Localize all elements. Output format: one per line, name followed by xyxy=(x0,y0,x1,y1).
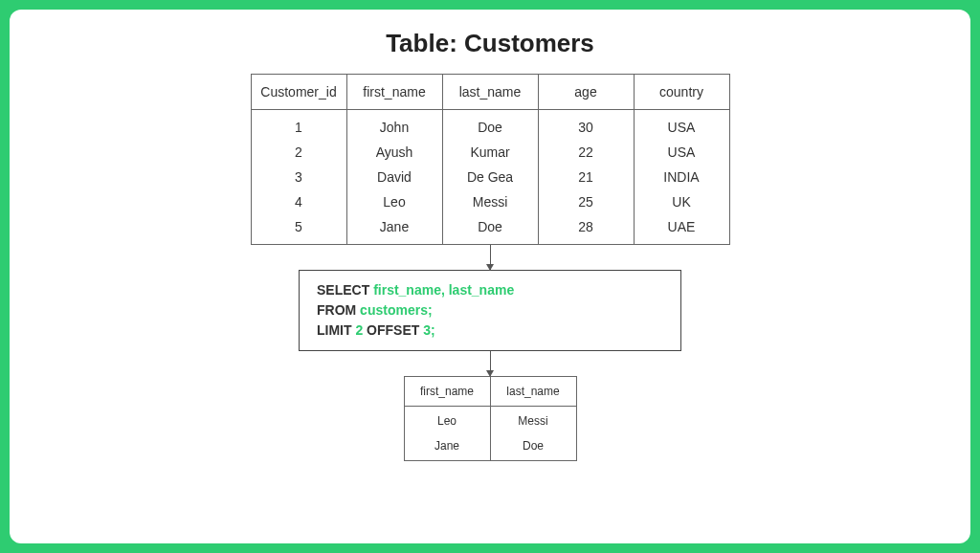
sql-query-box: SELECT first_name, last_name FROM custom… xyxy=(299,270,681,351)
sql-value: customers; xyxy=(360,302,432,318)
cell: Jane xyxy=(404,433,490,461)
table-row: 4 Leo Messi 25 UK xyxy=(251,189,729,214)
cell: Doe xyxy=(442,214,538,245)
diagram-canvas: Table: Customers Customer_id first_name … xyxy=(10,10,970,543)
sql-keyword: FROM xyxy=(317,302,360,318)
table-row: 2 Ayush Kumar 22 USA xyxy=(251,140,729,165)
cell: 25 xyxy=(538,189,634,214)
cell: Leo xyxy=(404,407,490,434)
cell: Jane xyxy=(346,214,442,245)
col-header: first_name xyxy=(346,75,442,110)
cell: Leo xyxy=(346,189,442,214)
sql-number: 3; xyxy=(423,322,434,338)
cell: David xyxy=(346,165,442,189)
query-line: SELECT first_name, last_name xyxy=(317,280,663,300)
cell: 2 xyxy=(251,140,346,165)
cell: 22 xyxy=(538,140,634,165)
cell: Messi xyxy=(442,189,538,214)
cell: 21 xyxy=(538,165,634,189)
cell: De Gea xyxy=(442,165,538,189)
col-header: country xyxy=(634,75,729,110)
cell: USA xyxy=(634,110,729,141)
table-header-row: Customer_id first_name last_name age cou… xyxy=(251,75,729,110)
result-table: first_name last_name Leo Messi Jane Doe xyxy=(404,376,577,461)
cell: 5 xyxy=(251,214,346,245)
cell: UK xyxy=(634,189,729,214)
cell: 28 xyxy=(538,214,634,245)
cell: 4 xyxy=(251,189,346,214)
sql-value: first_name, last_name xyxy=(373,282,514,298)
sql-keyword: OFFSET xyxy=(363,322,423,338)
cell: Ayush xyxy=(346,140,442,165)
table-row: 3 David De Gea 21 INDIA xyxy=(251,165,729,189)
cell: 3 xyxy=(251,165,346,189)
col-header: last_name xyxy=(490,377,576,407)
customers-table: Customer_id first_name last_name age cou… xyxy=(251,74,730,245)
col-header: age xyxy=(538,75,634,110)
cell: 1 xyxy=(251,110,346,141)
table-row: Leo Messi xyxy=(404,407,576,434)
cell: Kumar xyxy=(442,140,538,165)
sql-keyword: LIMIT xyxy=(317,322,355,338)
table-row: 5 Jane Doe 28 UAE xyxy=(251,214,729,245)
arrow-down-icon xyxy=(490,351,491,376)
arrow-down-icon xyxy=(490,245,491,270)
col-header: Customer_id xyxy=(251,75,346,110)
cell: Doe xyxy=(442,110,538,141)
cell: UAE xyxy=(634,214,729,245)
col-header: first_name xyxy=(404,377,490,407)
cell: 30 xyxy=(538,110,634,141)
table-row: Jane Doe xyxy=(404,433,576,461)
cell: USA xyxy=(634,140,729,165)
cell: INDIA xyxy=(634,165,729,189)
query-line: LIMIT 2 OFFSET 3; xyxy=(317,321,663,341)
sql-keyword: SELECT xyxy=(317,282,373,298)
cell: John xyxy=(346,110,442,141)
cell: Messi xyxy=(490,407,576,434)
table-header-row: first_name last_name xyxy=(404,377,576,407)
table-row: 1 John Doe 30 USA xyxy=(251,110,729,141)
cell: Doe xyxy=(490,433,576,461)
col-header: last_name xyxy=(442,75,538,110)
page-title: Table: Customers xyxy=(386,29,594,58)
query-line: FROM customers; xyxy=(317,300,663,321)
